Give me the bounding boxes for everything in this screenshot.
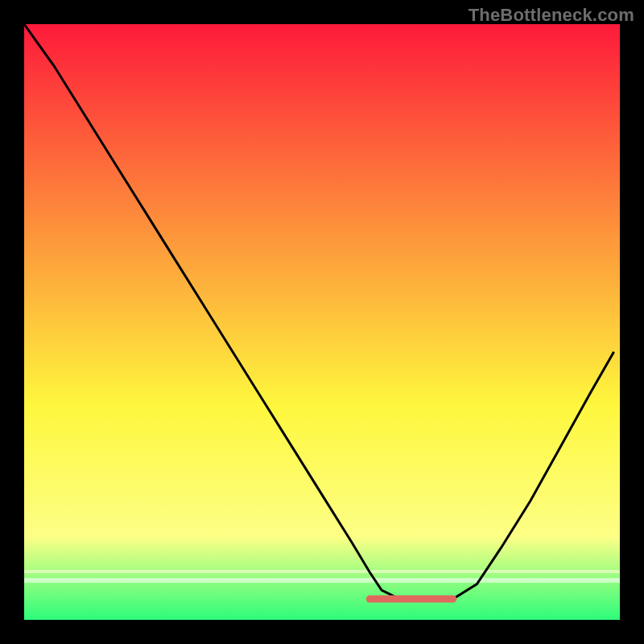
chart-root: TheBottleneck.com xyxy=(0,0,644,644)
plot-frame xyxy=(24,24,620,620)
white-band xyxy=(24,578,620,583)
gradient-background xyxy=(24,24,620,620)
pale-band xyxy=(24,570,620,573)
plot-svg xyxy=(24,24,620,620)
watermark-text: TheBottleneck.com xyxy=(469,5,634,26)
